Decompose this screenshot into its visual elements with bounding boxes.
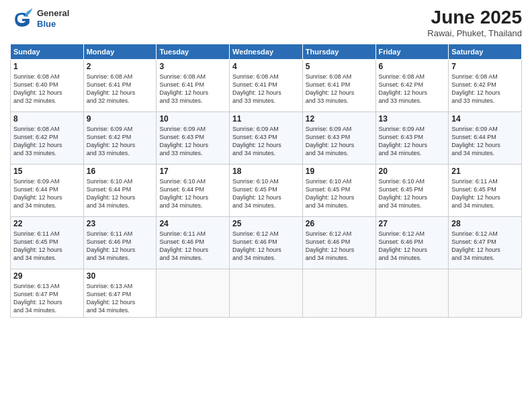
month-title: June 2025 xyxy=(427,7,522,28)
day-cell-28: 28Sunrise: 6:12 AMSunset: 6:47 PMDayligh… xyxy=(449,217,522,269)
day-info: Sunrise: 6:11 AMSunset: 6:45 PMDaylight:… xyxy=(13,230,81,263)
week-row-1: 1Sunrise: 6:08 AMSunset: 6:40 PMDaylight… xyxy=(11,60,522,112)
empty-cell xyxy=(230,269,303,318)
day-info: Sunrise: 6:10 AMSunset: 6:44 PMDaylight:… xyxy=(159,177,226,210)
day-cell-26: 26Sunrise: 6:12 AMSunset: 6:46 PMDayligh… xyxy=(302,217,375,269)
day-cell-18: 18Sunrise: 6:10 AMSunset: 6:45 PMDayligh… xyxy=(230,165,303,217)
day-info: Sunrise: 6:08 AMSunset: 6:41 PMDaylight:… xyxy=(232,73,300,105)
day-number: 8 xyxy=(13,114,81,124)
col-sunday: Sunday xyxy=(11,44,84,60)
day-cell-30: 30Sunrise: 6:13 AMSunset: 6:47 PMDayligh… xyxy=(83,269,157,318)
day-number: 26 xyxy=(306,219,373,228)
day-info: Sunrise: 6:10 AMSunset: 6:45 PMDaylight:… xyxy=(306,177,373,210)
day-cell-24: 24Sunrise: 6:11 AMSunset: 6:46 PMDayligh… xyxy=(157,217,230,269)
day-number: 2 xyxy=(87,62,154,71)
day-info: Sunrise: 6:09 AMSunset: 6:43 PMDaylight:… xyxy=(232,125,300,158)
day-cell-9: 9Sunrise: 6:09 AMSunset: 6:42 PMDaylight… xyxy=(83,112,157,165)
day-number: 14 xyxy=(451,114,519,124)
day-info: Sunrise: 6:08 AMSunset: 6:40 PMDaylight:… xyxy=(13,73,81,105)
day-number: 6 xyxy=(379,62,446,71)
day-info: Sunrise: 6:08 AMSunset: 6:41 PMDaylight:… xyxy=(159,73,226,105)
day-cell-14: 14Sunrise: 6:09 AMSunset: 6:44 PMDayligh… xyxy=(449,112,522,165)
day-cell-19: 19Sunrise: 6:10 AMSunset: 6:45 PMDayligh… xyxy=(302,165,375,217)
day-info: Sunrise: 6:08 AMSunset: 6:42 PMDaylight:… xyxy=(379,73,446,105)
day-cell-1: 1Sunrise: 6:08 AMSunset: 6:40 PMDaylight… xyxy=(11,60,84,112)
day-info: Sunrise: 6:09 AMSunset: 6:44 PMDaylight:… xyxy=(451,125,519,158)
location-subtitle: Rawai, Phuket, Thailand xyxy=(427,28,522,38)
empty-cell xyxy=(302,269,375,318)
day-info: Sunrise: 6:08 AMSunset: 6:42 PMDaylight:… xyxy=(13,125,81,158)
day-number: 16 xyxy=(87,167,154,176)
col-tuesday: Tuesday xyxy=(157,44,230,60)
day-info: Sunrise: 6:12 AMSunset: 6:46 PMDaylight:… xyxy=(232,230,300,263)
header: General Blue June 2025 Rawai, Phuket, Th… xyxy=(10,7,522,38)
day-number: 20 xyxy=(379,167,446,176)
empty-cell xyxy=(449,269,522,318)
day-info: Sunrise: 6:09 AMSunset: 6:43 PMDaylight:… xyxy=(159,125,226,158)
day-number: 3 xyxy=(159,62,226,71)
day-info: Sunrise: 6:10 AMSunset: 6:44 PMDaylight:… xyxy=(87,177,154,210)
col-saturday: Saturday xyxy=(449,44,522,60)
day-cell-21: 21Sunrise: 6:11 AMSunset: 6:45 PMDayligh… xyxy=(449,165,522,217)
day-info: Sunrise: 6:12 AMSunset: 6:46 PMDaylight:… xyxy=(379,230,446,263)
day-number: 10 xyxy=(159,114,226,124)
day-number: 7 xyxy=(451,62,519,71)
day-number: 11 xyxy=(232,114,300,124)
day-cell-6: 6Sunrise: 6:08 AMSunset: 6:42 PMDaylight… xyxy=(375,60,449,112)
day-number: 17 xyxy=(159,167,226,176)
day-cell-11: 11Sunrise: 6:09 AMSunset: 6:43 PMDayligh… xyxy=(230,112,303,165)
week-row-5: 29Sunrise: 6:13 AMSunset: 6:47 PMDayligh… xyxy=(11,269,522,318)
day-cell-22: 22Sunrise: 6:11 AMSunset: 6:45 PMDayligh… xyxy=(11,217,84,269)
logo: General Blue xyxy=(10,7,69,31)
day-info: Sunrise: 6:12 AMSunset: 6:47 PMDaylight:… xyxy=(451,230,519,263)
day-cell-8: 8Sunrise: 6:08 AMSunset: 6:42 PMDaylight… xyxy=(11,112,84,165)
day-number: 23 xyxy=(87,219,154,228)
day-number: 9 xyxy=(87,114,154,124)
day-cell-17: 17Sunrise: 6:10 AMSunset: 6:44 PMDayligh… xyxy=(157,165,230,217)
day-number: 21 xyxy=(451,167,519,176)
logo-blue-text: Blue xyxy=(37,19,69,30)
day-info: Sunrise: 6:11 AMSunset: 6:46 PMDaylight:… xyxy=(159,230,226,263)
day-number: 5 xyxy=(306,62,373,71)
logo-general-text: General xyxy=(37,8,69,19)
week-row-4: 22Sunrise: 6:11 AMSunset: 6:45 PMDayligh… xyxy=(11,217,522,269)
col-thursday: Thursday xyxy=(302,44,375,60)
day-cell-15: 15Sunrise: 6:09 AMSunset: 6:44 PMDayligh… xyxy=(11,165,84,217)
day-cell-10: 10Sunrise: 6:09 AMSunset: 6:43 PMDayligh… xyxy=(157,112,230,165)
day-number: 15 xyxy=(13,167,81,176)
day-info: Sunrise: 6:10 AMSunset: 6:45 PMDaylight:… xyxy=(232,177,300,210)
day-cell-20: 20Sunrise: 6:10 AMSunset: 6:45 PMDayligh… xyxy=(375,165,449,217)
day-cell-12: 12Sunrise: 6:09 AMSunset: 6:43 PMDayligh… xyxy=(302,112,375,165)
empty-cell xyxy=(375,269,449,318)
day-number: 19 xyxy=(306,167,373,176)
day-cell-27: 27Sunrise: 6:12 AMSunset: 6:46 PMDayligh… xyxy=(375,217,449,269)
day-cell-2: 2Sunrise: 6:08 AMSunset: 6:41 PMDaylight… xyxy=(83,60,157,112)
logo-text: General Blue xyxy=(37,8,69,29)
week-row-3: 15Sunrise: 6:09 AMSunset: 6:44 PMDayligh… xyxy=(11,165,522,217)
page: General Blue June 2025 Rawai, Phuket, Th… xyxy=(0,0,532,411)
day-number: 12 xyxy=(306,114,373,124)
day-cell-7: 7Sunrise: 6:08 AMSunset: 6:42 PMDaylight… xyxy=(449,60,522,112)
day-number: 30 xyxy=(87,271,154,281)
day-cell-4: 4Sunrise: 6:08 AMSunset: 6:41 PMDaylight… xyxy=(230,60,303,112)
day-info: Sunrise: 6:09 AMSunset: 6:42 PMDaylight:… xyxy=(87,125,154,158)
day-info: Sunrise: 6:08 AMSunset: 6:41 PMDaylight:… xyxy=(306,73,373,105)
day-info: Sunrise: 6:09 AMSunset: 6:44 PMDaylight:… xyxy=(13,177,81,210)
day-number: 18 xyxy=(232,167,300,176)
day-cell-3: 3Sunrise: 6:08 AMSunset: 6:41 PMDaylight… xyxy=(157,60,230,112)
day-number: 22 xyxy=(13,219,81,228)
day-info: Sunrise: 6:08 AMSunset: 6:41 PMDaylight:… xyxy=(87,73,154,105)
day-info: Sunrise: 6:13 AMSunset: 6:47 PMDaylight:… xyxy=(87,282,154,315)
calendar-table: Sunday Monday Tuesday Wednesday Thursday… xyxy=(10,44,522,318)
title-block: June 2025 Rawai, Phuket, Thailand xyxy=(427,7,522,38)
day-number: 4 xyxy=(232,62,300,71)
day-info: Sunrise: 6:08 AMSunset: 6:42 PMDaylight:… xyxy=(451,73,519,105)
day-info: Sunrise: 6:11 AMSunset: 6:45 PMDaylight:… xyxy=(451,177,519,210)
day-info: Sunrise: 6:09 AMSunset: 6:43 PMDaylight:… xyxy=(306,125,373,158)
day-number: 29 xyxy=(13,271,81,281)
day-number: 1 xyxy=(13,62,81,71)
day-cell-5: 5Sunrise: 6:08 AMSunset: 6:41 PMDaylight… xyxy=(302,60,375,112)
day-number: 13 xyxy=(379,114,446,124)
day-info: Sunrise: 6:12 AMSunset: 6:46 PMDaylight:… xyxy=(306,230,373,263)
empty-cell xyxy=(157,269,230,318)
